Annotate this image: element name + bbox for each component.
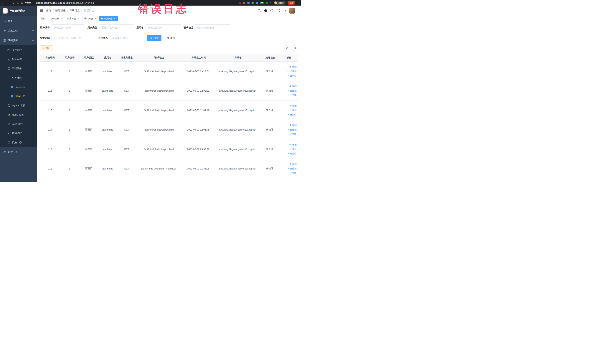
sidebar-item-config-management[interactable]: 配置管理 xyxy=(0,55,37,64)
database-icon xyxy=(7,104,10,107)
forward-icon[interactable]: → xyxy=(7,1,10,4)
sidebar-item-error-log[interactable]: 错误日志 xyxy=(0,92,37,101)
filter-label: 应用名 xyxy=(136,26,144,29)
tab-scheduled-jobs[interactable]: 定时任务 × xyxy=(48,16,64,21)
close-icon[interactable]: × xyxy=(94,17,96,20)
tab-dispatch-log[interactable]: 调度日志 × xyxy=(65,16,81,21)
extension-on-badge[interactable]: on xyxy=(260,2,264,4)
sidebar-item-java-monitor[interactable]: Java 监控 xyxy=(0,119,37,129)
search-button[interactable]: 搜索 xyxy=(147,35,162,41)
update-button[interactable]: 更新 xyxy=(288,1,295,5)
extension-icon-grid[interactable] xyxy=(256,2,258,4)
processed-link[interactable]: 已处理 xyxy=(287,109,297,112)
sidebar-item-infra[interactable]: 基础设施 xyxy=(0,35,37,45)
home-icon[interactable]: ⌂ xyxy=(17,1,19,4)
help-icon[interactable]: ? xyxy=(270,9,274,12)
processed-link[interactable]: 已处理 xyxy=(287,148,297,151)
url-bar[interactable]: dashboard.yudao.iocoder.cn/infra/log/api… xyxy=(36,1,94,4)
refresh-icon xyxy=(286,47,289,49)
processed-link-label: 已处理 xyxy=(290,70,297,73)
sidebar-item-access-log[interactable]: 访问日志 xyxy=(0,82,37,92)
breadcrumb-item[interactable]: 基础设施 xyxy=(55,9,66,12)
hamburger-icon[interactable] xyxy=(40,9,43,12)
tab-error-log[interactable]: 错误日志 × xyxy=(99,16,118,21)
close-icon[interactable]: × xyxy=(114,17,116,20)
sidebar-item-mysql-monitor[interactable]: MySQL 监控 xyxy=(0,101,37,110)
processed-link[interactable]: 已处理 xyxy=(287,70,297,73)
cell-exception-name: java.lang.IllegalArgumentException xyxy=(215,128,260,131)
reload-icon[interactable]: ↻ xyxy=(12,1,14,4)
user-id-input[interactable] xyxy=(52,24,85,31)
sidebar-item-label: MySQL 监控 xyxy=(12,104,25,107)
github-icon[interactable] xyxy=(264,9,267,12)
ignored-link[interactable]: 已忽略 xyxy=(287,94,297,97)
processed-link[interactable]: 已处理 xyxy=(287,167,297,170)
sidebar-item-home[interactable]: 首页 xyxy=(0,16,37,26)
clock-icon xyxy=(7,67,10,70)
ignored-link[interactable]: 已忽略 xyxy=(287,133,297,136)
user-type-select[interactable]: 请选择用户类型 xyxy=(99,24,134,31)
refresh-button[interactable] xyxy=(284,45,290,51)
detail-link[interactable]: 详细 xyxy=(289,85,297,88)
request-url-input[interactable] xyxy=(195,24,231,31)
tab-access-log[interactable]: 访问日志 × xyxy=(82,16,98,21)
ignored-link[interactable]: 已忽略 xyxy=(287,152,297,155)
ignored-link[interactable]: 已忽略 xyxy=(287,113,297,116)
sidebar-item-redis-monitor[interactable]: Redis 监控 xyxy=(0,110,37,119)
processed-link[interactable]: 已处理 xyxy=(287,89,297,92)
search-icon[interactable] xyxy=(258,9,261,12)
detail-link[interactable]: 详细 xyxy=(289,65,297,69)
extension-icon-green[interactable] xyxy=(266,2,268,4)
extension-icon-blue[interactable] xyxy=(247,2,250,4)
processed-link[interactable]: 已处理 xyxy=(287,128,297,131)
extension-icon-red[interactable] xyxy=(243,2,245,4)
sidebar-item-api-log[interactable]: API 日志 xyxy=(0,73,37,82)
search-icon xyxy=(150,37,152,39)
tab-home[interactable]: 首页 xyxy=(39,16,47,21)
search-button-label: 搜索 xyxy=(154,36,159,40)
close-icon[interactable]: × xyxy=(77,17,79,20)
breadcrumb-item[interactable]: 首页 xyxy=(46,9,51,12)
sidebar-item-system[interactable]: 系统管理 xyxy=(0,26,37,35)
detail-link[interactable]: 详细 xyxy=(289,124,297,127)
cell-app-name: dashboard xyxy=(98,70,117,73)
sidebar-item-dev-tools[interactable]: 研发工具 xyxy=(0,147,37,157)
bookmark-star-icon[interactable]: ☆ xyxy=(239,1,241,4)
filter-user-type: 用户类型 请选择用户类型 xyxy=(88,24,134,31)
export-button[interactable]: 导出 xyxy=(40,46,53,51)
select-placeholder: 请选择处理状态 xyxy=(112,36,129,40)
select-placeholder: 请选择用户类型 xyxy=(101,26,118,29)
breadcrumb-item[interactable]: API 日志 xyxy=(70,9,80,12)
detail-link-label: 详细 xyxy=(292,85,297,88)
reset-button[interactable]: 重置 xyxy=(164,35,178,41)
extensions-puzzle-icon[interactable]: ✦ xyxy=(270,1,272,4)
detail-link[interactable]: 详细 xyxy=(289,143,297,146)
cell-request-url: /api/infra/db-doc/export-html xyxy=(136,128,182,131)
sidebar-item-scheduled-jobs[interactable]: 定时任务 xyxy=(0,64,37,73)
ignored-link[interactable]: 已忽略 xyxy=(287,74,297,77)
sidebar-logo[interactable]: 芋道管理系统 xyxy=(0,6,37,16)
app-name-input[interactable] xyxy=(146,24,181,31)
cell-user-type: 管理员 xyxy=(79,128,98,131)
cell-user-type: 管理员 xyxy=(79,108,98,112)
check-icon xyxy=(287,133,289,135)
column-settings-button[interactable] xyxy=(292,45,298,51)
detail-link[interactable]: 详细 xyxy=(289,163,297,166)
sidebar-item-file-management[interactable]: 文件管理 xyxy=(0,45,37,55)
check-icon xyxy=(287,129,289,131)
font-size-icon[interactable]: TT xyxy=(283,9,286,12)
sidebar-item-log-center[interactable]: 日志中心 xyxy=(0,138,37,147)
process-status-select[interactable]: 请选择处理状态 xyxy=(110,35,145,41)
detail-link[interactable]: 详细 xyxy=(289,104,297,107)
sidebar-item-trace[interactable]: 链路追踪 xyxy=(0,129,37,138)
browser-menu-icon[interactable]: ⋮ xyxy=(297,1,300,4)
back-icon[interactable]: ← xyxy=(2,1,4,4)
date-range-picker[interactable]: 开始日期 - 结束日期 xyxy=(52,35,96,41)
user-menu[interactable] xyxy=(289,8,299,13)
vue-devtools-icon[interactable] xyxy=(252,2,254,4)
site-security[interactable]: ⚠ 不安全 xyxy=(21,1,34,4)
paused-pill[interactable]: 已暂停 xyxy=(274,1,286,5)
ignored-link[interactable]: 已忽略 xyxy=(287,172,297,175)
fullscreen-icon[interactable] xyxy=(277,9,280,12)
close-icon[interactable]: × xyxy=(60,17,62,20)
